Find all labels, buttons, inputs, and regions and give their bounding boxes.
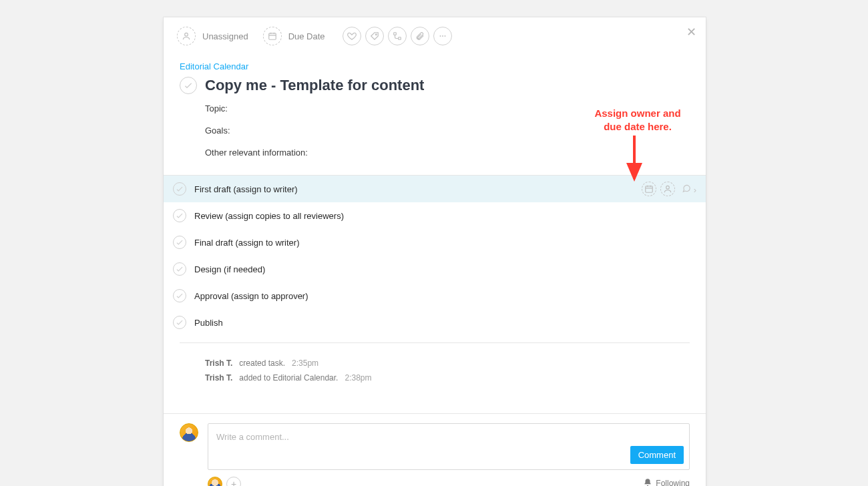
like-button[interactable] xyxy=(343,27,361,45)
followers-row: + Following xyxy=(180,470,690,486)
activity-actor: Trish T. xyxy=(205,371,232,386)
activity-time: 2:38pm xyxy=(345,371,371,386)
check-icon xyxy=(175,318,184,327)
svg-point-9 xyxy=(666,186,670,189)
due-date-button[interactable] xyxy=(263,27,282,45)
comment-placeholder: Write a comment... xyxy=(216,432,289,442)
person-icon xyxy=(663,184,672,194)
svg-point-0 xyxy=(185,33,188,36)
subtask-complete-button[interactable] xyxy=(173,236,186,249)
subtask-name: Publish xyxy=(194,318,223,328)
subtask-complete-button[interactable] xyxy=(173,289,186,302)
add-follower-button[interactable]: + xyxy=(226,477,241,486)
activity-row: Trish T.created task.2:35pm xyxy=(205,356,690,371)
subtask-name: Review (assign copies to all reviewers) xyxy=(194,211,344,221)
subtask-complete-button[interactable] xyxy=(173,316,186,329)
subtask-row[interactable]: Final draft (assign to writer) › xyxy=(164,229,706,256)
calendar-icon xyxy=(268,31,277,41)
close-button[interactable]: ✕ xyxy=(683,24,699,40)
paperclip-icon xyxy=(415,31,425,41)
check-icon xyxy=(183,80,194,91)
subtask-row[interactable]: Design (if needed) › xyxy=(164,256,706,282)
following-label: Following xyxy=(656,479,690,486)
subtask-details-button[interactable]: › xyxy=(682,184,696,195)
annotation-text: Assign owner and due date here. xyxy=(574,107,701,133)
subtask-name: Final draft (assign to writer) xyxy=(194,238,300,248)
plus-icon: + xyxy=(231,479,236,486)
subtask-complete-button[interactable] xyxy=(173,209,186,222)
task-title[interactable]: Copy me - Template for content xyxy=(205,77,424,94)
subtask-complete-button[interactable] xyxy=(173,182,186,196)
check-icon xyxy=(175,211,184,220)
task-title-row: Copy me - Template for content xyxy=(180,74,690,99)
check-icon xyxy=(175,238,184,247)
more-button[interactable] xyxy=(433,27,452,45)
comment-input[interactable]: Write a comment... Comment xyxy=(208,423,690,470)
comment-icon xyxy=(682,184,691,193)
subtask-row[interactable]: Approval (assign to approver) › xyxy=(164,282,706,309)
subtask-assignee-button[interactable] xyxy=(660,182,675,196)
check-icon xyxy=(175,291,184,300)
svg-rect-8 xyxy=(646,186,653,192)
subtask-name: Design (if needed) xyxy=(194,264,265,274)
person-icon xyxy=(182,31,191,41)
activity-action: added to Editorial Calendar. xyxy=(239,371,338,386)
close-icon: ✕ xyxy=(686,25,696,39)
project-link[interactable]: Editorial Calendar xyxy=(180,55,248,74)
subtask-row[interactable]: First draft (assign to writer) › xyxy=(164,176,706,202)
comment-region: Write a comment... Comment + Following xyxy=(164,413,706,486)
subtask-icon xyxy=(393,31,402,41)
subtask-row[interactable]: Review (assign copies to all reviewers) … xyxy=(164,202,706,229)
activity-row: Trish T.added to Editorial Calendar.2:38… xyxy=(205,371,690,386)
tags-button[interactable] xyxy=(365,27,384,45)
subtask-complete-button[interactable] xyxy=(173,262,186,276)
complete-button[interactable] xyxy=(180,77,197,94)
assignee-button[interactable] xyxy=(177,27,196,45)
bell-icon xyxy=(643,478,652,486)
subtask-button[interactable] xyxy=(388,27,407,45)
field-other: Other relevant information: xyxy=(205,148,690,158)
current-user-avatar[interactable] xyxy=(180,423,198,442)
svg-point-7 xyxy=(444,35,445,37)
activity-log: Trish T.created task.2:35pmTrish T.added… xyxy=(180,342,690,408)
subtask-name: First draft (assign to writer) xyxy=(194,184,298,194)
svg-rect-1 xyxy=(268,33,276,39)
ellipsis-icon xyxy=(438,31,447,41)
activity-action: created task. xyxy=(239,356,285,371)
check-icon xyxy=(175,264,184,274)
assignee-label[interactable]: Unassigned xyxy=(202,31,248,41)
due-date-label[interactable]: Due Date xyxy=(288,31,325,41)
toolbar-actions xyxy=(343,27,452,45)
subtask-name: Approval (assign to approver) xyxy=(194,291,308,301)
svg-point-5 xyxy=(439,35,441,37)
follower-avatar[interactable] xyxy=(208,477,222,486)
svg-rect-3 xyxy=(393,33,396,35)
svg-point-2 xyxy=(375,34,377,35)
comment-button[interactable]: Comment xyxy=(630,446,684,464)
following-toggle[interactable]: Following xyxy=(643,478,690,486)
svg-rect-4 xyxy=(398,37,401,40)
activity-time: 2:35pm xyxy=(292,356,318,371)
svg-point-6 xyxy=(442,35,443,37)
task-toolbar: Unassigned Due Date ✕ xyxy=(164,17,706,55)
subtask-actions: › xyxy=(642,182,696,196)
check-icon xyxy=(175,184,184,194)
heart-icon xyxy=(347,31,357,41)
subtask-due-date-button[interactable] xyxy=(642,182,656,196)
calendar-icon xyxy=(644,184,654,194)
subtask-row[interactable]: Publish › xyxy=(164,309,706,336)
tag-icon xyxy=(370,31,379,41)
activity-actor: Trish T. xyxy=(205,356,232,371)
subtask-list: First draft (assign to writer) ›Review (… xyxy=(164,175,706,336)
attachment-button[interactable] xyxy=(411,27,429,45)
activity-wrap: Trish T.created task.2:35pmTrish T.added… xyxy=(164,342,706,413)
task-pane: Unassigned Due Date ✕ Ed xyxy=(164,17,706,486)
